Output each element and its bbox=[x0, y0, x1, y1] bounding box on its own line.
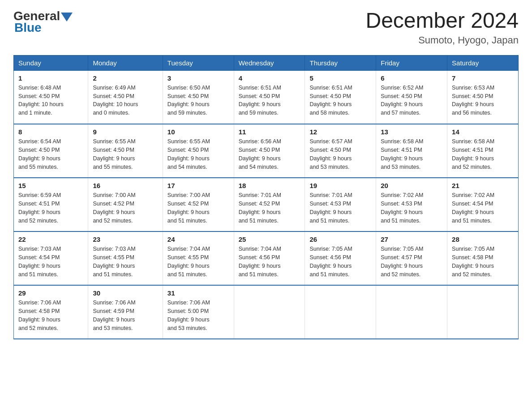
day-info: Sunrise: 7:06 AMSunset: 4:58 PMDaylight:… bbox=[18, 299, 83, 332]
day-info: Sunrise: 6:58 AMSunset: 4:51 PMDaylight:… bbox=[381, 137, 442, 171]
calendar-cell: 18Sunrise: 7:01 AMSunset: 4:52 PMDayligh… bbox=[234, 178, 305, 231]
calendar-cell: 5Sunrise: 6:51 AMSunset: 4:50 PMDaylight… bbox=[305, 70, 376, 124]
day-number: 25 bbox=[239, 235, 300, 243]
calendar-cell: 25Sunrise: 7:04 AMSunset: 4:56 PMDayligh… bbox=[234, 231, 305, 285]
day-number: 12 bbox=[309, 128, 371, 136]
day-number: 17 bbox=[167, 182, 229, 189]
calendar-cell bbox=[447, 285, 519, 339]
calendar-cell: 22Sunrise: 7:03 AMSunset: 4:54 PMDayligh… bbox=[14, 231, 88, 285]
calendar-cell: 27Sunrise: 7:05 AMSunset: 4:57 PMDayligh… bbox=[376, 231, 447, 285]
header-tuesday: Tuesday bbox=[163, 55, 234, 70]
calendar-cell: 6Sunrise: 6:52 AMSunset: 4:50 PMDaylight… bbox=[376, 70, 447, 124]
day-number: 31 bbox=[167, 289, 229, 297]
calendar-cell: 28Sunrise: 7:05 AMSunset: 4:58 PMDayligh… bbox=[447, 231, 519, 285]
day-info: Sunrise: 6:52 AMSunset: 4:50 PMDaylight:… bbox=[381, 84, 442, 117]
day-number: 22 bbox=[18, 235, 83, 243]
day-info: Sunrise: 7:05 AMSunset: 4:58 PMDaylight:… bbox=[452, 245, 514, 278]
day-number: 20 bbox=[381, 182, 442, 189]
title-block: December 2024 Sumoto, Hyogo, Japan bbox=[365, 9, 519, 46]
day-info: Sunrise: 6:59 AMSunset: 4:51 PMDaylight:… bbox=[18, 191, 83, 225]
calendar-cell: 2Sunrise: 6:49 AMSunset: 4:50 PMDaylight… bbox=[88, 70, 163, 124]
calendar-cell bbox=[376, 285, 447, 339]
day-info: Sunrise: 7:05 AMSunset: 4:56 PMDaylight:… bbox=[309, 245, 371, 278]
calendar-cell: 8Sunrise: 6:54 AMSunset: 4:50 PMDaylight… bbox=[14, 124, 88, 178]
day-info: Sunrise: 6:53 AMSunset: 4:50 PMDaylight:… bbox=[452, 84, 514, 117]
day-number: 4 bbox=[239, 74, 300, 82]
calendar-cell: 16Sunrise: 7:00 AMSunset: 4:52 PMDayligh… bbox=[88, 178, 163, 231]
day-info: Sunrise: 7:01 AMSunset: 4:53 PMDaylight:… bbox=[309, 191, 371, 225]
day-info: Sunrise: 7:00 AMSunset: 4:52 PMDaylight:… bbox=[93, 191, 158, 225]
day-number: 24 bbox=[167, 235, 229, 243]
day-number: 7 bbox=[452, 74, 514, 82]
calendar-cell: 21Sunrise: 7:02 AMSunset: 4:54 PMDayligh… bbox=[447, 178, 519, 231]
calendar-cell: 17Sunrise: 7:00 AMSunset: 4:52 PMDayligh… bbox=[163, 178, 234, 231]
day-info: Sunrise: 7:03 AMSunset: 4:55 PMDaylight:… bbox=[93, 245, 158, 278]
day-info: Sunrise: 7:05 AMSunset: 4:57 PMDaylight:… bbox=[381, 245, 442, 278]
day-info: Sunrise: 6:55 AMSunset: 4:50 PMDaylight:… bbox=[167, 137, 229, 171]
day-number: 14 bbox=[452, 128, 514, 136]
calendar-title: December 2024 bbox=[365, 9, 519, 33]
calendar-cell: 30Sunrise: 7:06 AMSunset: 4:59 PMDayligh… bbox=[88, 285, 163, 339]
day-info: Sunrise: 6:57 AMSunset: 4:50 PMDaylight:… bbox=[309, 137, 371, 171]
day-info: Sunrise: 7:02 AMSunset: 4:54 PMDaylight:… bbox=[452, 191, 514, 225]
calendar-cell: 29Sunrise: 7:06 AMSunset: 4:58 PMDayligh… bbox=[14, 285, 88, 339]
day-info: Sunrise: 7:03 AMSunset: 4:54 PMDaylight:… bbox=[18, 245, 83, 278]
page-header: General Blue December 2024 Sumoto, Hyogo… bbox=[13, 9, 519, 46]
calendar-cell: 11Sunrise: 6:56 AMSunset: 4:50 PMDayligh… bbox=[234, 124, 305, 178]
calendar-cell: 10Sunrise: 6:55 AMSunset: 4:50 PMDayligh… bbox=[163, 124, 234, 178]
day-number: 18 bbox=[239, 182, 300, 189]
calendar-cell: 15Sunrise: 6:59 AMSunset: 4:51 PMDayligh… bbox=[14, 178, 88, 231]
day-number: 3 bbox=[167, 74, 229, 82]
header-sunday: Sunday bbox=[14, 55, 88, 70]
header-friday: Friday bbox=[376, 55, 447, 70]
day-number: 1 bbox=[18, 74, 83, 82]
header-wednesday: Wednesday bbox=[234, 55, 305, 70]
day-info: Sunrise: 6:56 AMSunset: 4:50 PMDaylight:… bbox=[239, 137, 300, 171]
calendar-cell: 19Sunrise: 7:01 AMSunset: 4:53 PMDayligh… bbox=[305, 178, 376, 231]
calendar-header-row: SundayMondayTuesdayWednesdayThursdayFrid… bbox=[14, 55, 519, 70]
day-number: 26 bbox=[309, 235, 371, 243]
day-info: Sunrise: 6:54 AMSunset: 4:50 PMDaylight:… bbox=[18, 137, 83, 171]
day-number: 28 bbox=[452, 235, 514, 243]
day-number: 10 bbox=[167, 128, 229, 136]
calendar-week-row: 29Sunrise: 7:06 AMSunset: 4:58 PMDayligh… bbox=[14, 285, 519, 339]
day-number: 13 bbox=[381, 128, 442, 136]
calendar-cell: 23Sunrise: 7:03 AMSunset: 4:55 PMDayligh… bbox=[88, 231, 163, 285]
day-info: Sunrise: 6:50 AMSunset: 4:50 PMDaylight:… bbox=[167, 84, 229, 117]
day-info: Sunrise: 7:00 AMSunset: 4:52 PMDaylight:… bbox=[167, 191, 229, 225]
logo-triangle-icon bbox=[61, 11, 73, 22]
calendar-cell bbox=[234, 285, 305, 339]
calendar-cell: 20Sunrise: 7:02 AMSunset: 4:53 PMDayligh… bbox=[376, 178, 447, 231]
day-number: 16 bbox=[93, 182, 158, 189]
calendar-cell: 13Sunrise: 6:58 AMSunset: 4:51 PMDayligh… bbox=[376, 124, 447, 178]
calendar-cell: 3Sunrise: 6:50 AMSunset: 4:50 PMDaylight… bbox=[163, 70, 234, 124]
day-number: 2 bbox=[93, 74, 158, 82]
day-number: 11 bbox=[239, 128, 300, 136]
day-number: 19 bbox=[309, 182, 371, 189]
day-number: 23 bbox=[93, 235, 158, 243]
calendar-week-row: 8Sunrise: 6:54 AMSunset: 4:50 PMDaylight… bbox=[14, 124, 519, 178]
calendar-cell: 26Sunrise: 7:05 AMSunset: 4:56 PMDayligh… bbox=[305, 231, 376, 285]
day-info: Sunrise: 7:06 AMSunset: 4:59 PMDaylight:… bbox=[93, 299, 158, 332]
day-number: 5 bbox=[309, 74, 371, 82]
calendar-cell: 1Sunrise: 6:48 AMSunset: 4:50 PMDaylight… bbox=[14, 70, 88, 124]
day-number: 21 bbox=[452, 182, 514, 189]
header-saturday: Saturday bbox=[447, 55, 519, 70]
calendar-week-row: 1Sunrise: 6:48 AMSunset: 4:50 PMDaylight… bbox=[14, 70, 519, 124]
day-number: 8 bbox=[18, 128, 83, 136]
day-info: Sunrise: 7:02 AMSunset: 4:53 PMDaylight:… bbox=[381, 191, 442, 225]
calendar-cell: 7Sunrise: 6:53 AMSunset: 4:50 PMDaylight… bbox=[447, 70, 519, 124]
calendar-cell: 14Sunrise: 6:58 AMSunset: 4:51 PMDayligh… bbox=[447, 124, 519, 178]
calendar-cell: 12Sunrise: 6:57 AMSunset: 4:50 PMDayligh… bbox=[305, 124, 376, 178]
day-info: Sunrise: 6:48 AMSunset: 4:50 PMDaylight:… bbox=[18, 84, 83, 117]
calendar-week-row: 22Sunrise: 7:03 AMSunset: 4:54 PMDayligh… bbox=[14, 231, 519, 285]
day-number: 27 bbox=[381, 235, 442, 243]
calendar-cell: 4Sunrise: 6:51 AMSunset: 4:50 PMDaylight… bbox=[234, 70, 305, 124]
day-info: Sunrise: 6:55 AMSunset: 4:50 PMDaylight:… bbox=[93, 137, 158, 171]
day-number: 30 bbox=[93, 289, 158, 297]
calendar-subtitle: Sumoto, Hyogo, Japan bbox=[365, 34, 519, 46]
day-info: Sunrise: 7:01 AMSunset: 4:52 PMDaylight:… bbox=[239, 191, 300, 225]
header-thursday: Thursday bbox=[305, 55, 376, 70]
logo-blue: Blue bbox=[14, 21, 42, 35]
calendar-table: SundayMondayTuesdayWednesdayThursdayFrid… bbox=[13, 55, 519, 340]
